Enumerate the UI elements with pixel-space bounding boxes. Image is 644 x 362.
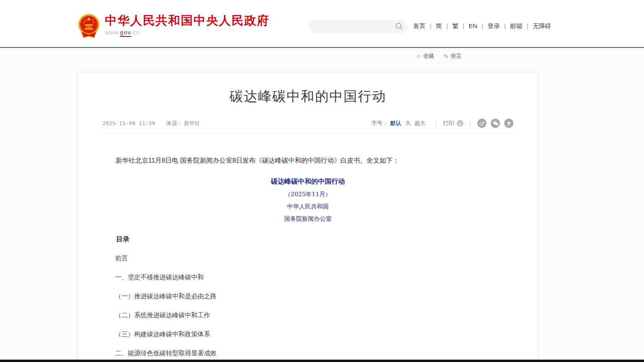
search-box (310, 20, 408, 33)
publish-datetime: 2025-11-08 11:39 (103, 120, 155, 126)
page-body: ☆ 收藏 ✎ 留言 碳达峰碳中和的中国行动 2025-11-08 11:39 来… (0, 48, 644, 362)
printer-icon (457, 120, 464, 127)
nav-item-login[interactable]: 登录 (488, 23, 510, 29)
pencil-icon: ✎ (443, 53, 448, 59)
print-button[interactable]: 打印 (443, 120, 464, 127)
nav-item-traditional[interactable]: 繁 (452, 23, 469, 29)
wechat-icon (493, 121, 498, 126)
nav-item-mail[interactable]: 邮箱 (510, 23, 533, 29)
star-outline-icon: ☆ (416, 53, 421, 59)
share-icons (477, 119, 513, 128)
search-icon[interactable] (395, 22, 403, 30)
source-value: 新华社 (184, 120, 200, 126)
nav-item-english[interactable]: EN (469, 23, 488, 29)
article-meta-right: 字号： 默认 大 超大 打印 (371, 119, 513, 128)
nav-item-accessibility[interactable]: 无障碍 (533, 23, 551, 29)
font-size-default-button[interactable]: 默认 (390, 120, 401, 127)
search-input[interactable] (316, 21, 389, 32)
toc-item: 一、坚定不移推进碳达峰碳中和 (103, 273, 513, 282)
nav-item-simplified[interactable]: 简 (436, 23, 452, 29)
font-size-large-button[interactable]: 大 (405, 120, 411, 127)
font-size-xlarge-button[interactable]: 超大 (414, 120, 426, 127)
site-url-cn: .cn (131, 29, 140, 36)
toc-item: （二）系统推进碳达峰碳中和工作 (103, 311, 513, 320)
site-url-www: www. (105, 29, 120, 36)
favorite-button[interactable]: ☆ 收藏 (416, 53, 434, 60)
article-meta-left: 2025-11-08 11:39 来源： 新华社 (103, 120, 200, 127)
bottom-edge (0, 360, 644, 362)
page-tools: ☆ 收藏 ✎ 留言 (416, 53, 462, 60)
doc-org-line2: 国务院新闻办公室 (103, 215, 513, 223)
share-star-icon (506, 121, 512, 126)
nav-item-home[interactable]: 首页 (413, 23, 436, 29)
favorite-label: 收藏 (423, 53, 434, 60)
weibo-icon (479, 121, 485, 126)
toc-item: （三）构建碳达峰碳中和政策体系 (103, 330, 513, 339)
site-url-gov: gov (120, 29, 131, 37)
site-brand[interactable]: 中华人民共和国中央人民政府 www.gov.cn (78, 13, 270, 38)
site-url-link[interactable]: www.gov.cn (105, 29, 270, 36)
print-label: 打印 (443, 120, 454, 127)
message-label: 留言 (451, 53, 462, 60)
source: 来源： 新华社 (166, 120, 200, 127)
doc-title: 碳达峰碳中和的中国行动 (103, 177, 513, 186)
lead-paragraph: 新华社北京11月8日电 国务院新闻办公室8日发布《碳达峰碳中和的中国行动》白皮书… (103, 155, 513, 166)
national-emblem-icon (78, 13, 100, 38)
toc-item: 二、能源绿色低碳转型取得显著成效 (103, 349, 513, 358)
doc-date: （2025年11月） (103, 191, 513, 198)
source-label: 来源： (166, 120, 182, 126)
font-size-label: 字号： (371, 120, 388, 127)
article-card: 碳达峰碳中和的中国行动 2025-11-08 11:39 来源： 新华社 字号：… (78, 72, 538, 362)
top-nav: 首页简繁EN登录邮箱无障碍 (413, 22, 551, 30)
article-title: 碳达峰碳中和的中国行动 (78, 87, 538, 106)
meta-divider (436, 120, 436, 126)
message-button[interactable]: ✎ 留言 (443, 53, 462, 60)
toc-heading: 目录 (103, 235, 513, 244)
site-header: 中华人民共和国中央人民政府 www.gov.cn 首页简繁EN登录邮箱无障碍 (0, 0, 644, 47)
share-wechat-button[interactable] (491, 119, 500, 128)
share-more-button[interactable] (504, 119, 513, 128)
article-body: 新华社北京11月8日电 国务院新闻办公室8日发布《碳达峰碳中和的中国行动》白皮书… (78, 155, 538, 362)
meta-divider (470, 120, 471, 126)
site-title: 中华人民共和国中央人民政府 (105, 13, 270, 28)
toc-item: （一）推进碳达峰碳中和是必由之路 (103, 292, 513, 301)
share-weibo-button[interactable] (477, 119, 486, 128)
doc-org-line1: 中华人民共和国 (103, 203, 513, 210)
toc-item: 前言 (103, 254, 513, 263)
meta-separator (103, 133, 513, 133)
article-meta: 2025-11-08 11:39 来源： 新华社 字号： 默认 大 超大 打印 (103, 119, 513, 128)
